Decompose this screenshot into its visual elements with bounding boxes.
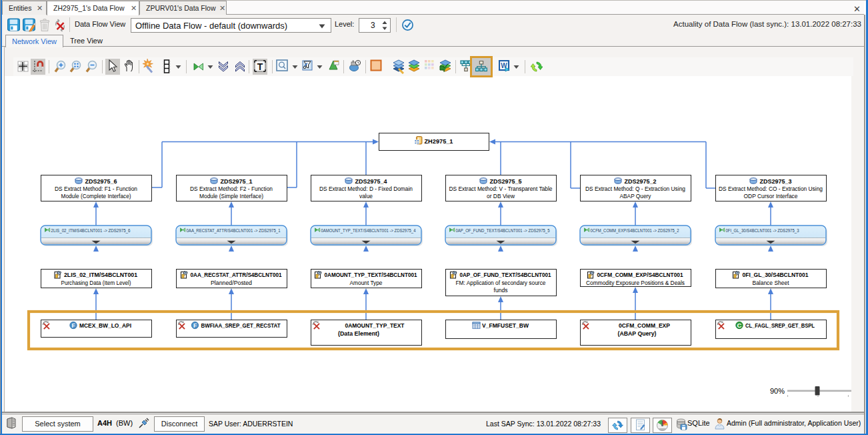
svg-text:Balance Sheet: Balance Sheet xyxy=(753,280,790,286)
svg-text:ZDS2975_4: ZDS2975_4 xyxy=(355,177,388,185)
svg-text:V_FMFUSET_BW: V_FMFUSET_BW xyxy=(482,322,529,329)
svg-text:0FI_GL_30/S4BCLNT001 -> ZDS297: 0FI_GL_30/S4BCLNT001 -> ZDS2975_3 xyxy=(726,228,799,234)
svg-text:value: value xyxy=(359,193,373,199)
svg-text:F: F xyxy=(193,322,197,329)
svg-text:(Data Element): (Data Element) xyxy=(338,330,379,337)
svg-text:ZDS2975_2: ZDS2975_2 xyxy=(625,177,657,185)
svg-text:ZDS2975_3: ZDS2975_3 xyxy=(760,177,792,185)
svg-text:90%: 90% xyxy=(770,387,785,395)
svg-text:0CFM_COMM_EXP: 0CFM_COMM_EXP xyxy=(619,322,671,329)
svg-text:0FI_GL_30/S4BCLNT001: 0FI_GL_30/S4BCLNT001 xyxy=(743,271,809,278)
svg-text:DS Extract Method: V - Transpa: DS Extract Method: V - Transparent Table xyxy=(449,185,553,192)
svg-text:0CFM_COMM_EXP/S4BCLNT001: 0CFM_COMM_EXP/S4BCLNT001 xyxy=(597,271,684,278)
svg-text:DS Extract Method: F2 - Functi: DS Extract Method: F2 - Function xyxy=(190,185,273,192)
svg-text:Planned/Posted: Planned/Posted xyxy=(211,280,252,286)
svg-text:0AMOUNT_TYP_TEXT: 0AMOUNT_TYP_TEXT xyxy=(345,322,405,329)
svg-text:Module (Complete Interface): Module (Complete Interface) xyxy=(61,193,131,199)
svg-text:DS Extract Method: F1 - Functi: DS Extract Method: F1 - Function xyxy=(55,185,137,192)
svg-text:ZH2975_1: ZH2975_1 xyxy=(425,137,454,145)
svg-text:ZDS2975_1: ZDS2975_1 xyxy=(221,177,253,185)
svg-text:MCEX_BW_LO_API: MCEX_BW_LO_API xyxy=(79,322,131,329)
svg-text:Purchasing Data (Item Level): Purchasing Data (Item Level) xyxy=(61,280,131,286)
svg-text:FM: Application of secondary s: FM: Application of secondary source xyxy=(456,280,546,286)
svg-text:ZDS2975_6: ZDS2975_6 xyxy=(85,177,117,185)
svg-text:Amount Type: Amount Type xyxy=(350,280,383,286)
svg-text:0AA_RECSTAT_ATTR/S4BCLNT001: 0AA_RECSTAT_ATTR/S4BCLNT001 xyxy=(191,271,283,278)
svg-text:0AMOUNT_TYP_TEXT/S4BCLNT001 ->: 0AMOUNT_TYP_TEXT/S4BCLNT001 -> ZDS2975_4 xyxy=(321,228,416,234)
svg-text:T: T xyxy=(257,61,263,72)
svg-text:ODP Cursor Interface: ODP Cursor Interface xyxy=(744,193,798,199)
svg-text:DS Extract Method: CO - Extrac: DS Extract Method: CO - Extraction Using xyxy=(719,185,823,192)
svg-text:DS Extract Method: D - Fixed D: DS Extract Method: D - Fixed Domain xyxy=(319,185,413,192)
svg-text:Module (Simple Interface): Module (Simple Interface) xyxy=(199,193,263,199)
svg-text:0AP_OF_FUND_TEXT/S4BCLNT001: 0AP_OF_FUND_TEXT/S4BCLNT001 xyxy=(460,271,552,278)
svg-text:funds: funds xyxy=(494,287,508,294)
svg-text:ZDS2975_5: ZDS2975_5 xyxy=(490,177,523,185)
svg-text:ABAP Query: ABAP Query xyxy=(620,193,652,199)
svg-text:Commodity Exposure Positions &: Commodity Exposure Positions & Deals xyxy=(586,280,685,286)
svg-text:DS Extract Method: Q - Extract: DS Extract Method: Q - Extraction Using xyxy=(585,185,685,192)
svg-text:2LIS_02_ITM/S4BCLNT001: 2LIS_02_ITM/S4BCLNT001 xyxy=(64,271,138,278)
svg-text:CL_FAGL_SREP_GET_BSPL: CL_FAGL_SREP_GET_BSPL xyxy=(745,322,815,329)
svg-text:0AP_OF_FUND_TEXT/S4BCLNT001 ->: 0AP_OF_FUND_TEXT/S4BCLNT001 -> ZDS2975_5 xyxy=(456,228,550,234)
svg-text:(ABAP Query): (ABAP Query) xyxy=(618,330,657,337)
svg-text:BWFIAA_SREP_GET_RECSTAT: BWFIAA_SREP_GET_RECSTAT xyxy=(201,322,281,329)
svg-text:or DB View: or DB View xyxy=(487,193,515,199)
svg-text:C: C xyxy=(737,322,742,329)
svg-text:F: F xyxy=(71,322,75,329)
svg-text:0AA_RECSTAT_ATTR/S4BCLNT001 ->: 0AA_RECSTAT_ATTR/S4BCLNT001 -> ZDS2975_1 xyxy=(187,228,281,234)
svg-text:0AMOUNT_TYP_TEXT/S4BCLNT001: 0AMOUNT_TYP_TEXT/S4BCLNT001 xyxy=(325,271,418,278)
svg-text:0CFM_COMM_EXP/S4BCLNT001 -> ZD: 0CFM_COMM_EXP/S4BCLNT001 -> ZDS2975_2 xyxy=(591,228,679,234)
svg-text:2LIS_02_ITM/S4BCLNT001 -> ZDS2: 2LIS_02_ITM/S4BCLNT001 -> ZDS2975_6 xyxy=(51,228,131,234)
